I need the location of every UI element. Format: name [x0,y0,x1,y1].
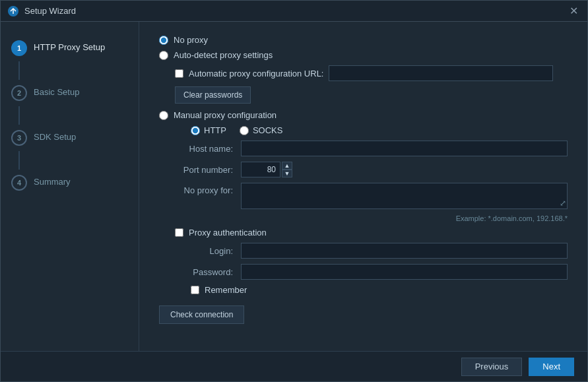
no-proxy-for-wrap: ⤢ [241,183,568,209]
sidebar-item-summary[interactable]: 4 Summary [1,170,139,196]
connector-3 [18,151,20,170]
manual-proxy-row: Manual proxy configuration [159,110,568,120]
proxy-auth-row: Proxy authentication [175,228,568,238]
connector-1 [18,61,20,80]
http-radio-group: HTTP [191,125,226,135]
example-text: Example: *.domain.com, 192.168.* [159,214,568,222]
step-label-3: SDK Setup [34,130,76,142]
remember-label[interactable]: Remember [205,285,247,295]
step-circle-1: 1 [11,40,27,56]
step-circle-2: 2 [11,85,27,101]
no-proxy-row: No proxy [159,35,568,45]
no-proxy-label[interactable]: No proxy [174,35,208,45]
socks-radio-group: SOCKS [240,125,283,135]
previous-button[interactable]: Previous [461,358,523,376]
proxy-auth-label[interactable]: Proxy authentication [189,228,267,238]
port-up-button[interactable]: ▲ [282,162,292,170]
footer: Previous Next [1,351,587,381]
app-icon [7,5,19,17]
connector-2 [18,106,20,125]
http-socks-row: HTTP SOCKS [191,125,568,135]
clear-passwords-button[interactable]: Clear passwords [175,86,251,104]
no-proxy-for-label: No proxy for: [175,183,241,195]
port-spinner: ▲ ▼ [282,162,292,177]
login-label: Login: [175,246,241,256]
window-title: Setup Wizard [24,6,76,16]
clear-passwords-container: Clear passwords [175,86,568,104]
remember-row: Remember [191,285,568,295]
right-panel: No proxy Auto-detect proxy settings Auto… [139,22,587,351]
auto-detect-radio[interactable] [159,51,168,60]
next-button[interactable]: Next [529,358,574,376]
title-bar: Setup Wizard ✕ [1,1,587,22]
auto-proxy-url-checkbox[interactable] [175,69,183,78]
auto-detect-label[interactable]: Auto-detect proxy settings [174,50,273,60]
sidebar-item-basic-setup[interactable]: 2 Basic Setup [1,80,139,106]
port-number-row: Port number: 80 ▲ ▼ [175,162,568,177]
title-bar-left: Setup Wizard [7,5,76,17]
manual-proxy-radio[interactable] [159,111,168,120]
login-row: Login: [175,243,568,259]
step-label-2: Basic Setup [34,85,79,97]
sidebar-item-sdk-setup[interactable]: 3 SDK Setup [1,125,139,151]
sidebar-item-http-proxy[interactable]: 1 HTTP Proxy Setup [1,35,139,61]
no-proxy-for-input[interactable] [241,183,568,209]
port-number-label: Port number: [175,165,241,175]
no-proxy-radio[interactable] [159,36,168,45]
http-label[interactable]: HTTP [204,125,226,135]
password-label: Password: [175,267,241,277]
auto-detect-row: Auto-detect proxy settings [159,50,568,60]
expand-icon[interactable]: ⤢ [560,199,566,208]
setup-wizard-window: Setup Wizard ✕ 1 HTTP Proxy Setup 2 Basi… [0,0,588,382]
check-connection-container: Check connection [159,300,568,324]
port-number-input[interactable]: 80 [241,162,280,177]
manual-proxy-label[interactable]: Manual proxy configuration [174,110,277,120]
http-radio[interactable] [191,126,200,135]
host-name-row: Host name: [175,141,568,156]
socks-radio[interactable] [240,126,249,135]
close-button[interactable]: ✕ [567,5,581,17]
proxy-auth-checkbox[interactable] [175,228,183,237]
check-connection-button[interactable]: Check connection [159,305,244,324]
password-row: Password: [175,264,568,280]
auto-proxy-url-label[interactable]: Automatic proxy configuration URL: [189,69,323,79]
main-content: 1 HTTP Proxy Setup 2 Basic Setup 3 SDK S… [1,22,587,351]
step-label-4: Summary [34,175,71,187]
auto-proxy-url-input[interactable] [329,65,553,81]
remember-checkbox[interactable] [191,286,199,294]
login-input[interactable] [241,243,568,259]
no-proxy-for-row: No proxy for: ⤢ [175,183,568,209]
port-down-button[interactable]: ▼ [282,170,292,177]
password-input[interactable] [241,264,568,280]
auto-proxy-url-row: Automatic proxy configuration URL: [175,65,568,81]
step-label-1: HTTP Proxy Setup [34,40,105,52]
host-name-label: Host name: [175,144,241,154]
host-name-input[interactable] [241,141,568,156]
step-circle-3: 3 [11,130,27,146]
sidebar: 1 HTTP Proxy Setup 2 Basic Setup 3 SDK S… [1,22,139,351]
step-circle-4: 4 [11,175,27,191]
socks-label[interactable]: SOCKS [253,125,283,135]
